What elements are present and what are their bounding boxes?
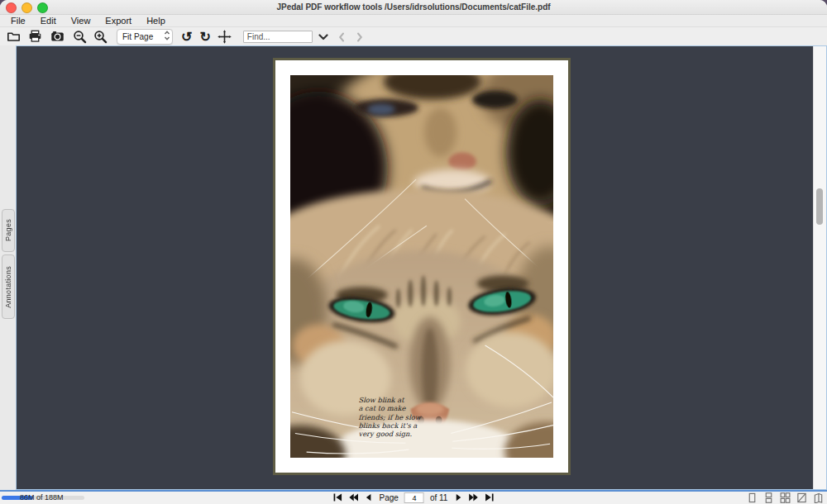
menu-view[interactable]: View (64, 15, 98, 26)
scrollbar-thumb[interactable] (816, 188, 823, 225)
toolbar: Fit Page ↺ ↻ (0, 27, 827, 47)
sidebar-tab-annotations-label: Annotations (4, 266, 12, 308)
rotate-cw-icon: ↻ (199, 29, 210, 45)
next-page-button[interactable] (453, 493, 462, 502)
menu-help[interactable]: Help (139, 15, 173, 26)
zoom-window-button[interactable] (37, 2, 48, 13)
memory-indicator: 86M of 188M (2, 492, 93, 504)
find-input[interactable] (243, 31, 313, 43)
continuous-mode-button[interactable] (763, 492, 774, 504)
last-page-button[interactable] (484, 493, 494, 502)
camera-snapshot-icon (50, 30, 65, 44)
minimize-button[interactable] (22, 2, 32, 13)
menu-export[interactable]: Export (98, 15, 139, 26)
rotate-ccw-icon: ↺ (181, 29, 192, 45)
pageflow-icon (813, 492, 824, 504)
menu-edit[interactable]: Edit (33, 15, 64, 26)
first-page-icon (333, 492, 343, 504)
status-bar: 86M of 188M Page of 11 (0, 490, 827, 504)
search-options-button[interactable] (318, 29, 328, 45)
back-10-icon (349, 492, 359, 504)
previous-page-button[interactable] (365, 493, 374, 502)
snapshot-button[interactable] (50, 29, 65, 45)
close-button[interactable] (6, 2, 17, 13)
continuous-facing-mode-button[interactable] (780, 492, 791, 504)
pageflow-mode-button[interactable] (813, 492, 824, 504)
back-10-button[interactable] (349, 493, 359, 502)
sidebar-tabstrip: Pages Annotations (0, 45, 16, 490)
chevron-down-icon (318, 34, 328, 40)
menu-file[interactable]: File (3, 15, 33, 26)
app-window: JPedal PDF workflow tools /Users/idrsolu… (0, 0, 827, 504)
forward-10-icon (468, 492, 478, 504)
printer-icon (28, 30, 42, 44)
zoom-in-button[interactable] (93, 29, 108, 45)
previous-page-icon (365, 492, 374, 504)
next-result-button[interactable] (356, 29, 363, 45)
zoom-out-button[interactable] (73, 29, 87, 45)
pan-tool-button[interactable] (218, 29, 232, 45)
combo-stepper-icon (164, 30, 170, 45)
first-page-button[interactable] (333, 493, 343, 502)
chevron-left-icon (338, 32, 345, 42)
memory-text: 86M of 188M (20, 493, 64, 502)
facing-mode-button[interactable] (796, 492, 807, 504)
main-area: Pages Annotations (0, 45, 827, 490)
sidebar-tab-pages-label: Pages (4, 219, 12, 241)
continuous-facing-icon (780, 492, 791, 504)
previous-result-button[interactable] (338, 29, 345, 45)
pan-move-icon (218, 30, 232, 44)
rotate-right-button[interactable]: ↻ (199, 29, 210, 45)
page-of-label: of 11 (430, 493, 448, 502)
page-label: Page (380, 493, 399, 502)
zoom-mode-select[interactable]: Fit Page (117, 29, 173, 45)
rotate-left-button[interactable]: ↺ (181, 29, 192, 45)
pdf-page: Slow blink at a cat to make friends; if … (273, 58, 571, 475)
continuous-icon (763, 492, 774, 504)
page-number-input[interactable] (404, 492, 424, 503)
menu-bar: File Edit View Export Help (0, 15, 827, 27)
pdf-viewer[interactable]: Slow blink at a cat to make friends; if … (16, 45, 827, 490)
sidebar-tab-pages[interactable]: Pages (2, 209, 15, 252)
layout-mode-buttons (747, 492, 824, 504)
single-page-icon (747, 492, 758, 504)
window-title: JPedal PDF workflow tools /Users/idrsolu… (0, 0, 827, 14)
zoom-mode-value: Fit Page (122, 32, 153, 41)
title-bar: JPedal PDF workflow tools /Users/idrsolu… (0, 0, 827, 15)
vertical-scrollbar[interactable] (813, 46, 826, 489)
zoom-in-icon (93, 30, 108, 44)
sidebar-tab-annotations[interactable]: Annotations (2, 254, 15, 319)
forward-10-button[interactable] (468, 493, 478, 502)
zoom-out-icon (73, 30, 87, 44)
page-navigation: Page of 11 (333, 492, 495, 504)
next-page-icon (453, 492, 462, 504)
facing-icon (796, 492, 807, 504)
last-page-icon (484, 492, 494, 504)
print-button[interactable] (28, 29, 42, 45)
traffic-lights (6, 2, 48, 13)
cat-photo: Slow blink at a cat to make friends; if … (290, 75, 553, 458)
open-file-button[interactable] (7, 29, 21, 45)
open-folder-icon (7, 30, 21, 44)
single-page-mode-button[interactable] (747, 492, 758, 504)
chevron-right-icon (356, 32, 363, 42)
